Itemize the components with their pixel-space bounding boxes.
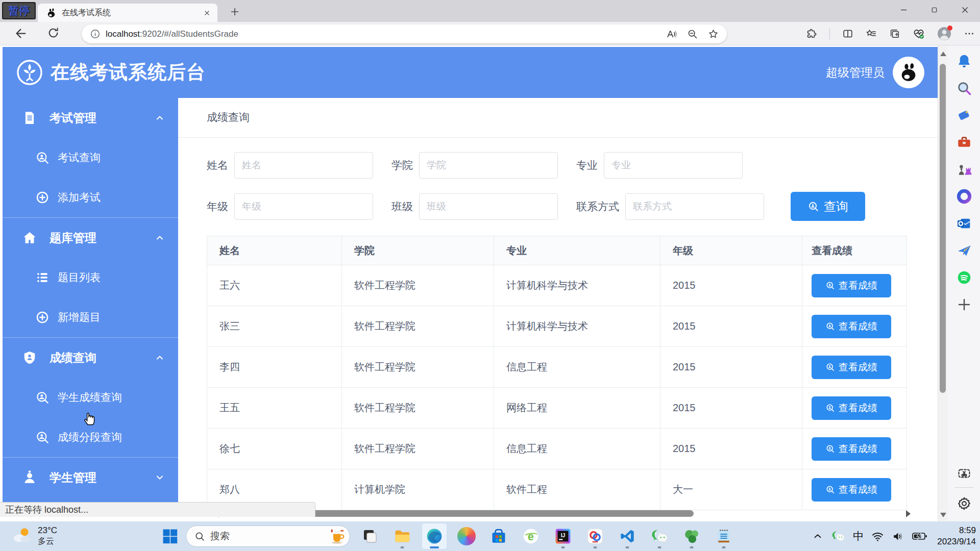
minimize-button[interactable]: [888, 0, 919, 19]
taskbar-app-rings-app[interactable]: [582, 523, 608, 549]
add-circle-icon: [35, 310, 50, 324]
browser-tab[interactable]: 在线考试系统: [38, 4, 217, 22]
form-group-college: 学院: [391, 152, 558, 179]
taskbar-weather-widget[interactable]: 23°C 多云: [11, 524, 57, 547]
scroll-down-arrow-icon[interactable]: [940, 513, 946, 517]
settings-gear-icon[interactable]: [955, 495, 973, 512]
tab-title: 在线考试系统: [62, 8, 201, 18]
notifications-bell-icon[interactable]: [955, 53, 973, 70]
tray-chevron-up-icon[interactable]: [812, 531, 823, 542]
favorites-icon[interactable]: [866, 28, 877, 39]
view-grade-button[interactable]: 查看成绩: [812, 478, 891, 502]
user-avatar[interactable]: [893, 57, 924, 88]
vertical-scrollbar[interactable]: [938, 45, 948, 521]
games-icon[interactable]: [955, 161, 973, 178]
table-row: 徐七软件工程学院信息工程2015查看成绩: [207, 429, 906, 469]
volume-icon[interactable]: [892, 530, 904, 543]
scroll-right-arrow-icon[interactable]: [906, 510, 911, 517]
site-info-icon[interactable]: [90, 29, 101, 39]
taskbar-app-browser-360[interactable]: e: [518, 523, 544, 549]
favorite-star-icon[interactable]: [708, 29, 719, 39]
taskbar-app-vscode[interactable]: [615, 523, 640, 549]
address-bar[interactable]: localhost:9202/#/allStudentsGrade: [82, 24, 727, 43]
battery-charging-icon[interactable]: [912, 529, 927, 544]
list-icon: [35, 270, 50, 285]
start-button[interactable]: [161, 528, 179, 545]
taskbar-app-task-view[interactable]: [357, 523, 383, 549]
browser-essentials-icon[interactable]: [913, 28, 925, 40]
view-grade-button-label: 查看成绩: [839, 483, 877, 496]
profile-avatar[interactable]: [937, 27, 951, 41]
sidebar-section-label: 成绩查询: [50, 350, 155, 366]
taskbar-app-green-leaf-app[interactable]: [679, 523, 704, 549]
send-plane-icon[interactable]: [955, 242, 973, 259]
sidebar-section-exam-management[interactable]: 考试管理: [3, 98, 178, 138]
query-button[interactable]: 查询: [791, 192, 865, 221]
shopping-tag-icon[interactable]: [955, 107, 973, 124]
spotify-icon[interactable]: [955, 269, 973, 286]
vertical-scroll-thumb[interactable]: [940, 64, 946, 393]
search-highlight-cup-icon[interactable]: [328, 527, 347, 545]
toolbox-icon[interactable]: [955, 134, 973, 151]
taskbar-app-microsoft-store[interactable]: [486, 523, 511, 549]
view-grade-button[interactable]: 查看成绩: [812, 396, 891, 420]
new-tab-button[interactable]: [228, 5, 242, 19]
sidebar-item-question-list[interactable]: 题目列表: [3, 258, 178, 297]
sidebar-item-grade-segment-query[interactable]: 成绩分段查询: [3, 417, 178, 457]
maximize-button[interactable]: [919, 0, 949, 19]
cell-action: 查看成绩: [802, 429, 906, 469]
zoom-out-icon[interactable]: [687, 29, 698, 39]
view-grade-button[interactable]: 查看成绩: [812, 437, 891, 461]
class-input[interactable]: [419, 193, 558, 220]
recorder-pause-overlay[interactable]: 暂停: [2, 2, 36, 19]
sidebar-item-exam-query[interactable]: 考试查询: [3, 138, 178, 178]
taskbar-search-box[interactable]: 搜索: [186, 525, 350, 547]
taskbar-app-photos[interactable]: [454, 523, 479, 549]
sidebar-section-grade-query[interactable]: 成绩查询: [3, 338, 178, 378]
extensions-puzzle-icon[interactable]: [806, 28, 817, 39]
taskbar-app-notepad[interactable]: [711, 523, 737, 549]
sidebar-item-student-grade-query[interactable]: 学生成绩查询: [3, 378, 178, 417]
taskbar-app-intellij-idea[interactable]: IJ: [550, 523, 576, 549]
sidebar-item-add-question[interactable]: 新增题目: [3, 297, 178, 337]
url-text[interactable]: localhost:9202/#/allStudentsGrade: [106, 29, 666, 39]
grade-input[interactable]: [234, 193, 373, 220]
field-label-class: 班级: [391, 199, 413, 214]
refresh-button[interactable]: [47, 27, 61, 41]
screenshot-snip-icon[interactable]: [955, 465, 973, 482]
back-button[interactable]: [14, 27, 29, 41]
sidebar-section-question-bank[interactable]: 题库管理: [3, 218, 178, 258]
taskbar-app-file-explorer[interactable]: [389, 523, 415, 549]
split-screen-icon[interactable]: [842, 28, 853, 39]
horizontal-scrollbar[interactable]: [214, 509, 911, 518]
wifi-icon[interactable]: [871, 530, 884, 543]
search-icon[interactable]: [955, 80, 973, 97]
sidebar-section-student-management[interactable]: 学生管理: [3, 458, 178, 497]
close-button[interactable]: [949, 0, 980, 19]
more-menu-icon[interactable]: [964, 28, 975, 39]
tab-close-icon[interactable]: [201, 7, 212, 18]
taskbar-app-edge[interactable]: [422, 523, 447, 549]
microsoft-365-icon[interactable]: [955, 188, 973, 205]
college-input[interactable]: [419, 152, 558, 179]
name-input[interactable]: [234, 152, 373, 179]
view-grade-button[interactable]: 查看成绩: [812, 274, 891, 297]
sidebar-item-add-exam[interactable]: 添加考试: [3, 178, 178, 217]
contact-input[interactable]: [625, 193, 764, 220]
cell-name: 徐七: [207, 429, 342, 469]
wechat-tray-icon[interactable]: [831, 529, 845, 543]
sidebar-item-label: 添加考试: [58, 190, 101, 205]
taskbar-app-wechat[interactable]: [647, 523, 672, 549]
view-grade-button-label: 查看成绩: [839, 361, 877, 374]
outlook-icon[interactable]: [955, 215, 973, 232]
view-grade-button[interactable]: 查看成绩: [812, 356, 891, 379]
view-grade-button[interactable]: 查看成绩: [812, 315, 891, 338]
ime-indicator[interactable]: 中: [853, 529, 864, 543]
collections-icon[interactable]: [889, 28, 900, 39]
read-aloud-icon[interactable]: [666, 29, 677, 40]
taskbar-clock[interactable]: 8:59 2023/9/14: [937, 525, 976, 547]
scroll-up-arrow-icon[interactable]: [940, 52, 946, 56]
search-icon: [825, 444, 835, 454]
major-input[interactable]: [604, 152, 743, 179]
add-to-sidebar-icon[interactable]: [955, 296, 973, 313]
